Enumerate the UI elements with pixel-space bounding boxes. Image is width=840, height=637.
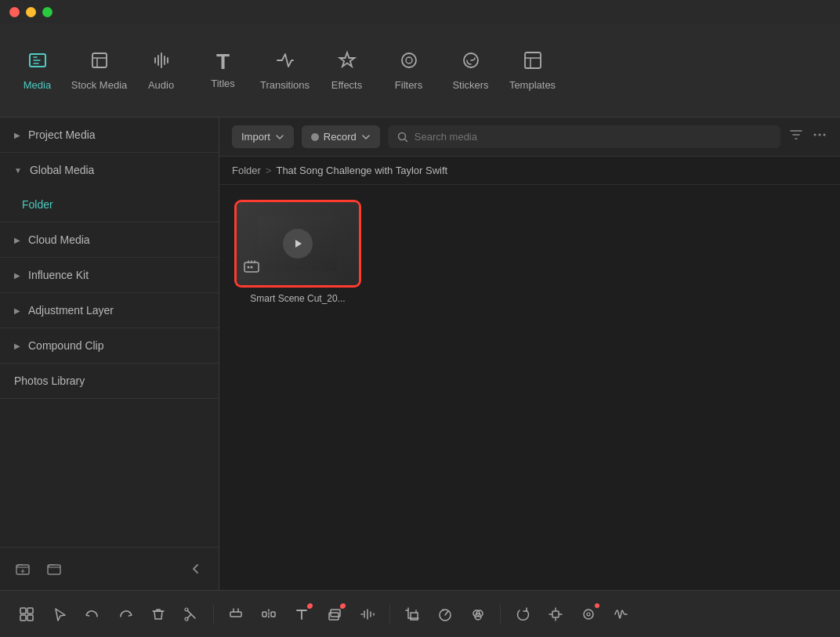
- sidebar-footer: [0, 547, 219, 590]
- filter-icon[interactable]: [788, 127, 804, 147]
- toolbar-item-titles[interactable]: T Titles: [194, 35, 252, 106]
- svg-rect-1: [92, 53, 107, 67]
- speed-icon[interactable]: [431, 600, 459, 628]
- templates-label: Templates: [509, 79, 556, 91]
- search-input[interactable]: [415, 131, 771, 143]
- effects-label: Effects: [331, 79, 363, 91]
- waveform-icon[interactable]: [607, 600, 635, 628]
- undo-icon[interactable]: [78, 600, 107, 628]
- sidebar-item-influence-kit[interactable]: ▶ Influence Kit: [0, 258, 219, 292]
- svg-point-20: [185, 608, 188, 611]
- sidebar-item-label: Influence Kit: [28, 269, 89, 281]
- svg-rect-15: [20, 608, 26, 613]
- svg-point-3: [406, 57, 412, 63]
- sidebar-item-label: Photos Library: [14, 375, 85, 387]
- transitions-label: Transitions: [260, 79, 310, 91]
- stabilize-icon[interactable]: [541, 600, 570, 628]
- overlay-icon[interactable]: [320, 600, 349, 628]
- search-bar[interactable]: [388, 125, 780, 148]
- media-icon: [27, 49, 49, 74]
- toolbar-item-audio[interactable]: Audio: [132, 35, 190, 106]
- media-item-label: Smart Scene Cut_20...: [235, 293, 360, 304]
- more-options-icon[interactable]: [812, 127, 827, 147]
- toolbar-item-transitions[interactable]: Transitions: [255, 35, 314, 106]
- svg-point-19: [185, 617, 188, 621]
- redo-icon[interactable]: [111, 600, 139, 628]
- sidebar-item-label: Compound Clip: [28, 339, 104, 352]
- sidebar-section-influence-kit: ▶ Influence Kit: [0, 258, 219, 293]
- svg-rect-22: [262, 612, 266, 617]
- grid-view-icon[interactable]: [13, 600, 41, 628]
- sidebar-section-project-media: ▶ Project Media: [0, 118, 219, 153]
- sidebar-item-label: Global Media: [30, 164, 95, 176]
- sidebar-item-folder[interactable]: Folder: [0, 187, 219, 222]
- chevron-down-icon: [275, 132, 284, 142]
- media-item[interactable]: Smart Scene Cut_20...: [235, 201, 360, 304]
- overlay-dot: [341, 603, 346, 608]
- record-button[interactable]: Record: [302, 125, 380, 148]
- svg-point-2: [402, 53, 416, 67]
- new-folder-button[interactable]: [11, 557, 34, 581]
- sidebar-item-adjustment-layer[interactable]: ▶ Adjustment Layer: [0, 293, 219, 328]
- sidebar-section-global-media: ▼ Global Media Folder: [0, 153, 219, 223]
- action-bar: Import Record: [219, 118, 840, 157]
- audio-wave-icon[interactable]: [353, 600, 382, 628]
- sidebar-section-compound-clip: ▶ Compound Clip: [0, 328, 219, 364]
- svg-rect-31: [552, 611, 559, 617]
- fullscreen-button[interactable]: [42, 7, 52, 17]
- sidebar-section-cloud-media: ▶ Cloud Media: [0, 223, 219, 258]
- breadcrumb-current: That Song Challenge with Taylor Swift: [276, 165, 447, 176]
- sidebar-item-compound-clip[interactable]: ▶ Compound Clip: [0, 328, 219, 363]
- toolbar-item-media[interactable]: Media: [8, 35, 67, 106]
- svg-rect-4: [525, 52, 541, 68]
- breadcrumb-folder[interactable]: Folder: [232, 165, 261, 176]
- toolbar-item-filters[interactable]: Filters: [379, 35, 438, 106]
- play-button[interactable]: [283, 229, 313, 259]
- sidebar-item-label: Project Media: [28, 128, 96, 141]
- svg-rect-23: [271, 612, 275, 617]
- delete-icon[interactable]: [144, 600, 172, 628]
- media-label: Media: [24, 79, 51, 91]
- toolbar-item-effects[interactable]: Effects: [317, 35, 376, 106]
- sidebar: ▶ Project Media ▼ Global Media Folder: [0, 118, 219, 590]
- import-folder-button[interactable]: [42, 557, 66, 581]
- separator-2: [389, 605, 390, 624]
- svg-rect-18: [27, 615, 33, 621]
- arrow-down-icon: ▼: [14, 166, 22, 175]
- arrow-icon: ▶: [14, 131, 20, 139]
- color-icon[interactable]: [464, 600, 492, 628]
- split-icon[interactable]: [255, 600, 283, 628]
- trim-icon[interactable]: [222, 600, 250, 628]
- media-grid: Smart Scene Cut_20...: [219, 185, 840, 590]
- toolbar-item-templates[interactable]: Templates: [503, 35, 562, 106]
- lens-dot: [595, 603, 599, 608]
- stock-media-icon: [89, 49, 110, 74]
- lens-icon[interactable]: [574, 600, 603, 628]
- chevron-down-icon-record: [361, 132, 371, 142]
- text-icon[interactable]: [288, 600, 316, 628]
- collapse-sidebar-button[interactable]: [184, 557, 208, 581]
- cut-icon[interactable]: [177, 600, 205, 628]
- sidebar-item-photos-library[interactable]: Photos Library: [0, 364, 219, 398]
- close-button[interactable]: [9, 7, 20, 17]
- sidebar-item-cloud-media[interactable]: ▶ Cloud Media: [0, 223, 219, 257]
- record-dot: [311, 133, 319, 141]
- cursor-tool-icon[interactable]: [45, 600, 74, 628]
- sidebar-item-global-media[interactable]: ▼ Global Media: [0, 153, 219, 187]
- import-button[interactable]: Import: [232, 125, 294, 148]
- effects-icon: [336, 49, 358, 74]
- crop-icon[interactable]: [398, 600, 426, 628]
- toolbar-item-stickers[interactable]: Stickers: [441, 35, 500, 106]
- search-icon: [397, 132, 408, 143]
- toolbar-item-stock-media[interactable]: Stock Media: [70, 35, 129, 106]
- stock-media-label: Stock Media: [71, 79, 128, 91]
- record-label: Record: [324, 131, 357, 143]
- svg-rect-17: [20, 615, 26, 621]
- rotate-icon[interactable]: [509, 600, 537, 628]
- audio-icon: [150, 49, 172, 74]
- stickers-icon: [460, 49, 482, 74]
- minimize-button[interactable]: [26, 7, 36, 17]
- sidebar-item-project-media[interactable]: ▶ Project Media: [0, 118, 219, 152]
- content-area: Import Record: [219, 118, 840, 590]
- breadcrumb: Folder > That Song Challenge with Taylor…: [219, 157, 840, 185]
